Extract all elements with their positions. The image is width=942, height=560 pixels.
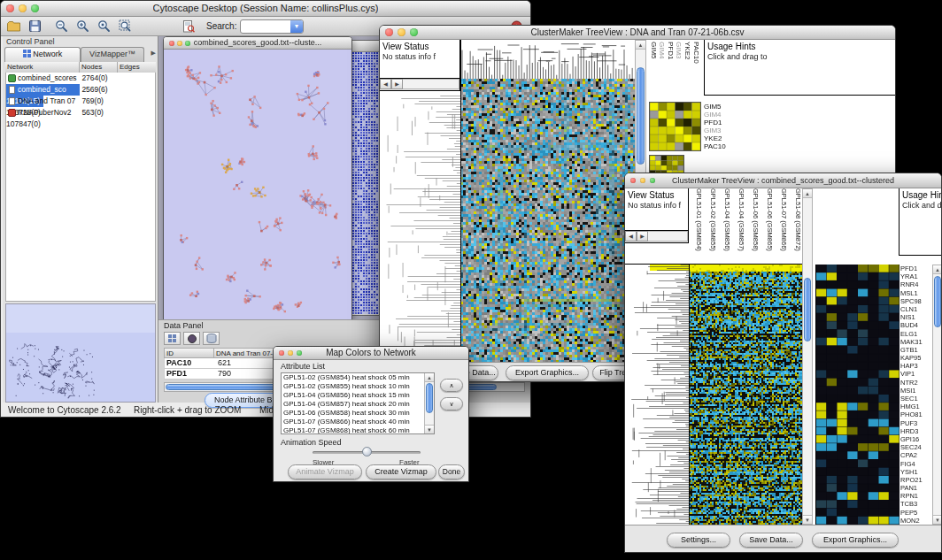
zoom-selected-button[interactable] <box>95 19 112 34</box>
gene-label[interactable]: NTR2 <box>900 379 932 387</box>
scroll-left-button[interactable]: ◀ <box>625 231 637 242</box>
export-graphics-button[interactable]: Export Graphics... <box>506 365 589 380</box>
gene-label[interactable]: RPO21 <box>900 476 932 484</box>
gene-label[interactable]: YSH1 <box>900 468 932 476</box>
move-up-button[interactable]: ∧ <box>440 379 463 392</box>
zoom-in-button[interactable] <box>73 19 91 34</box>
tv2-heatmap-canvas[interactable] <box>689 265 802 525</box>
minimize-button[interactable] <box>640 178 645 183</box>
save-session-button[interactable] <box>26 19 43 34</box>
attribute-listbox[interactable]: GPL51-02 (GSM854) heat shock 05 minGPL51… <box>281 372 435 434</box>
minimize-button[interactable] <box>19 4 27 12</box>
attribute-item[interactable]: GPL51-04 (GSM857) heat shock 20 min <box>282 400 424 409</box>
network-row[interactable]: RNAPuberNov2 563(0) 107847(0) <box>6 107 155 119</box>
tab-network[interactable]: Network <box>4 47 81 62</box>
gene-label[interactable]: RNR4 <box>900 280 932 288</box>
scroll-up-button[interactable]: ▲ <box>803 189 812 198</box>
attribute-item[interactable]: GPL51-04 (GSM856) heat shock 15 min <box>282 391 424 400</box>
attribute-item[interactable]: GPL51-07 (GSM866) heat shock 40 min <box>282 418 424 426</box>
experiment-label[interactable]: GPL51-06 (GSM865) <box>760 188 774 264</box>
tv2-right-vscrollbar[interactable]: ▲ ▼ <box>932 265 942 525</box>
network-row[interactable]: DNA and Tran 07 769(0) 183728(0) <box>6 96 155 107</box>
close-button[interactable] <box>279 350 284 356</box>
zoom-window-button[interactable] <box>31 4 39 12</box>
minimize-button[interactable] <box>398 28 405 36</box>
tv1-titlebar[interactable]: ClusterMaker TreeView : DNA and Tran 07-… <box>380 26 895 40</box>
gene-label[interactable]: BUD4 <box>900 321 932 329</box>
zoom-window-button[interactable] <box>185 41 190 46</box>
close-button[interactable] <box>169 41 174 46</box>
column-label[interactable]: PFD1 <box>666 42 675 100</box>
experiment-label[interactable]: GPL51-08 (GSM872) <box>788 188 802 264</box>
network-view-titlebar[interactable]: combined_scores_good.txt--cluste... <box>164 37 351 50</box>
id-column-header[interactable]: ID <box>165 349 214 357</box>
scroll-right-button[interactable]: ▶ <box>391 79 403 89</box>
attribute-item[interactable]: GPL51-02 (GSM855) heat shock 10 min <box>282 382 424 391</box>
tv1-row-dendrogram[interactable] <box>380 95 460 362</box>
attribute-item[interactable]: GPL51-06 (GSM858) heat shock 30 min <box>282 409 424 418</box>
tv1-correlation-matrix[interactable] <box>649 102 701 151</box>
gene-label[interactable]: NIS1 <box>900 313 932 321</box>
animate-vizmap-button[interactable]: Animate Vizmap <box>288 464 362 479</box>
gene-label[interactable]: SEC1 <box>900 395 932 403</box>
gene-label[interactable]: PHO81 <box>900 410 932 418</box>
close-button[interactable] <box>6 4 14 12</box>
network-row[interactable]: combined_scores 2764(0) 16218(0) <box>6 73 155 84</box>
attribute-store-button[interactable] <box>203 332 220 345</box>
scroll-track[interactable] <box>403 79 459 89</box>
scroll-left-button[interactable]: ◀ <box>380 79 391 89</box>
open-session-button[interactable] <box>4 19 22 34</box>
vscroll-thumb[interactable] <box>637 67 645 165</box>
experiment-label[interactable]: GPL51-04 (GSM857) <box>731 188 745 264</box>
tv2-main-vscrollbar[interactable]: ▲ ▼ <box>802 188 813 525</box>
experiment-label[interactable]: GPL51-06 (GSM858) <box>745 188 760 264</box>
scroll-down-button[interactable]: ▼ <box>803 515 812 524</box>
zoom-window-button[interactable] <box>410 28 418 36</box>
gene-label[interactable]: YRA1 <box>900 272 932 280</box>
export-graphics-button[interactable]: Export Graphics... <box>812 533 899 548</box>
column-label[interactable]: GIM4 <box>658 42 667 100</box>
dialog-titlebar[interactable]: Map Colors to Network <box>274 347 468 360</box>
gene-label[interactable]: SPC98 <box>900 297 932 305</box>
network-view-canvas[interactable] <box>164 50 351 319</box>
scroll-down-button[interactable]: ▼ <box>933 515 942 524</box>
column-label[interactable]: GIM5 <box>649 42 658 100</box>
gene-label[interactable]: PUF3 <box>900 419 932 427</box>
column-label[interactable]: GIM3 <box>675 42 683 100</box>
tv1-heatmap-canvas[interactable] <box>460 79 635 362</box>
gene-label[interactable]: HMG1 <box>900 403 932 410</box>
close-button[interactable] <box>385 28 393 36</box>
gene-label[interactable]: KAP95 <box>900 354 932 362</box>
gene-label[interactable]: GTB1 <box>900 346 932 354</box>
animation-speed-slider[interactable] <box>313 446 421 458</box>
tab-scroll-right-button[interactable]: ▶ <box>151 50 156 57</box>
tv1-status-scrollbar[interactable]: ◀ ▶ <box>380 79 460 91</box>
scroll-track[interactable] <box>648 231 688 242</box>
experiment-label[interactable]: GPL51-02 (GSM855) <box>703 188 717 264</box>
done-button[interactable]: Done <box>438 464 465 479</box>
attribute-item[interactable]: GPL51-02 (GSM854) heat shock 05 min <box>282 373 424 382</box>
scroll-right-button[interactable]: ▶ <box>637 231 648 242</box>
scroll-up-button[interactable]: ▲ <box>933 265 942 274</box>
search-network-button[interactable] <box>180 19 197 34</box>
attribute-item[interactable]: GPL51-07 (GSM868) heat shock 60 min <box>282 426 424 434</box>
tv2-status-scrollbar[interactable]: ◀ ▶ <box>625 231 689 243</box>
vscroll-thumb[interactable] <box>426 383 433 413</box>
row-label[interactable]: YKE2 <box>704 134 739 142</box>
header-nodes[interactable]: Nodes <box>80 62 118 73</box>
network-overview[interactable] <box>5 303 156 403</box>
network-overview-canvas[interactable] <box>6 304 155 402</box>
minimize-button[interactable] <box>177 41 182 46</box>
minimize-button[interactable] <box>288 350 293 356</box>
settings-button[interactable]: Settings... <box>667 533 730 548</box>
gene-label[interactable]: SEC24 <box>900 443 932 451</box>
scroll-up-button[interactable]: ▲ <box>425 373 434 382</box>
gene-label[interactable]: MSL1 <box>900 289 932 297</box>
gene-label[interactable]: PAN1 <box>900 484 932 492</box>
zoom-window-button[interactable] <box>650 178 655 183</box>
tv2-row-dendrogram[interactable] <box>625 265 689 525</box>
select-attributes-button[interactable] <box>164 332 181 345</box>
move-down-button[interactable]: ∨ <box>440 397 463 410</box>
network-row-selected[interactable]: combined_sco 2569(6) 13112(15) <box>6 84 155 96</box>
gene-label[interactable]: CLN1 <box>900 305 932 313</box>
